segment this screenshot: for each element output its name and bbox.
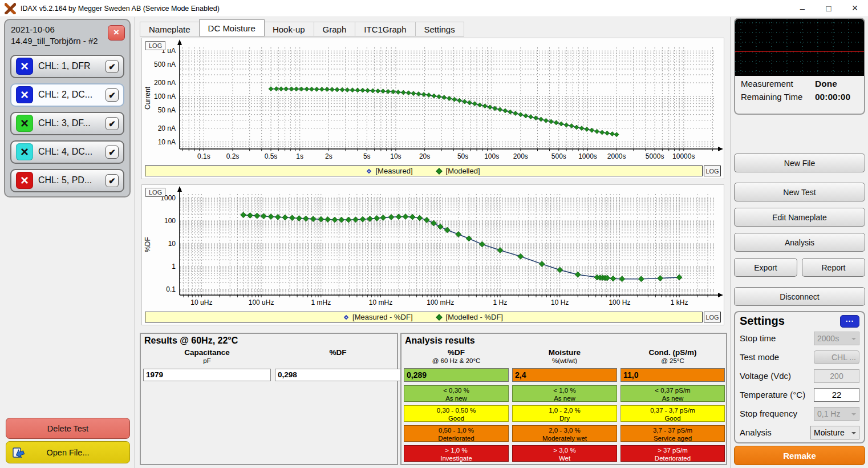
channel-color-icon: × (16, 172, 33, 189)
new-file-button[interactable]: New File (734, 154, 865, 172)
app-icon (5, 3, 16, 14)
log-toggle-button[interactable]: LOG (145, 41, 165, 50)
log-toggle-button[interactable]: LOG (704, 312, 721, 322)
open-file-icon (11, 446, 26, 459)
temperature-field[interactable] (817, 389, 856, 400)
capacitance-column: Capacitance pF 1979 (143, 348, 271, 381)
capacitance-header: Capacitance (143, 348, 271, 357)
channel-color-icon: × (16, 115, 33, 132)
current-chart-plot: 1 uA500 nA200 nA100 nA50 nA20 nA10 nA0.1… (142, 38, 724, 165)
open-file-button[interactable]: Open File... (6, 441, 130, 463)
test-mode-button: CHL ... (814, 350, 859, 364)
svg-text:1s: 1s (296, 152, 303, 160)
disconnect-button[interactable]: Disconnect (734, 287, 865, 306)
check-icon: ✔ (108, 62, 116, 71)
control-panel: MeasurementDone Remaining Time00:00:00 N… (730, 17, 868, 468)
channel-item-4[interactable]: × CHL: 4, DC... ✔ (10, 140, 124, 164)
svg-text:500 nA: 500 nA (154, 60, 176, 68)
tab-itc1graph[interactable]: ITC1Graph (355, 22, 415, 37)
report-button[interactable]: Report (802, 258, 865, 277)
tab-graph[interactable]: Graph (314, 22, 356, 37)
app-window: IDAX v5.2.164 by Megger Sweden AB (Servi… (0, 0, 868, 468)
channel-item-2[interactable]: × CHL: 2, DC... ✔ (10, 83, 124, 107)
tab-nameplate[interactable]: Nameplate (140, 22, 200, 37)
svg-text:100 Hz: 100 Hz (609, 298, 630, 306)
current-chart-legend: [Measured] [Modelled] LOG (145, 166, 721, 176)
channel-label: CHL: 3, DF... (38, 118, 106, 128)
analysis-button[interactable]: Analysis (734, 233, 865, 252)
df-chart-plot: 10001001010.110 uHz100 uHz1 mHz10 mHz100… (142, 185, 724, 311)
tab-settings[interactable]: Settings (416, 22, 464, 37)
channel-checkbox[interactable]: ✔ (106, 174, 119, 187)
stop-frequency-select: 0,1 Hz (814, 407, 859, 421)
df-value: 0,298 (275, 369, 401, 381)
analysis-select[interactable]: Moisture (810, 426, 859, 439)
svg-text:%DF: %DF (144, 237, 152, 252)
channel-checkbox[interactable]: ✔ (106, 117, 119, 130)
delete-test-button[interactable]: Delete Test (6, 418, 130, 439)
tab-hook-up[interactable]: Hook-up (264, 22, 314, 37)
channel-checkbox[interactable]: ✔ (106, 88, 119, 102)
log-toggle-button[interactable]: LOG (704, 166, 721, 176)
tab-dc-moisture[interactable]: DC Moisture (199, 19, 265, 37)
scale-row: < 1,0 %As new (512, 385, 617, 402)
settings-title: Settings (740, 314, 840, 328)
svg-text:20s: 20s (419, 152, 430, 160)
voltage-field: 200 (814, 369, 859, 383)
close-icon: × (113, 26, 119, 39)
close-icon[interactable]: × (842, 0, 868, 17)
maximize-icon[interactable]: □ (816, 0, 842, 17)
check-icon: ✔ (108, 119, 116, 128)
scale-row: < 0,30 %As new (404, 385, 509, 402)
window-title: IDAX v5.2.164 by Megger Sweden AB (Servi… (21, 5, 220, 13)
svg-text:10s: 10s (390, 152, 401, 160)
modelled-legend-item: [Modelled] (437, 167, 480, 175)
remaining-time-label: Remaining Time (741, 92, 815, 102)
channel-checkbox[interactable]: ✔ (106, 146, 119, 159)
svg-text:1000s: 1000s (578, 152, 597, 160)
channel-item-5[interactable]: × CHL: 5, PD... ✔ (10, 169, 124, 192)
main-area: Nameplate DC Moisture Hook-up Graph ITC1… (135, 17, 730, 468)
ellipsis-button[interactable]: ... (840, 315, 859, 328)
df-chart-panel: LOG 10001001010.110 uHz100 uHz1 mHz10 mH… (141, 184, 724, 325)
scale-row: > 37 pS/mDeteriorated (620, 445, 725, 462)
log-toggle-button[interactable]: LOG (145, 188, 165, 197)
open-file-label: Open File... (47, 448, 90, 457)
setting-row-voltage: Voltage (Vdc) 200 (740, 366, 859, 385)
check-icon: ✔ (108, 176, 116, 185)
svg-text:1 Hz: 1 Hz (493, 298, 508, 306)
file-name: 14.49_till_Torbjörn - #2 (11, 35, 107, 47)
open-diamond-icon (367, 168, 371, 173)
channel-label: CHL: 2, DC... (38, 90, 106, 100)
diamond-icon (436, 168, 442, 174)
svg-text:1 mHz: 1 mHz (311, 298, 331, 306)
export-button[interactable]: Export (734, 258, 797, 277)
analysis-cond-value: 11,0 (620, 368, 725, 382)
analysis-column-conductivity: Cond. (pS/m) @ 25°C 11,0 < 0,37 pS/mAs n… (620, 348, 725, 462)
remake-button[interactable]: Remake (734, 446, 865, 465)
svg-text:0.5s: 0.5s (265, 152, 278, 160)
file-close-button[interactable]: × (108, 25, 125, 41)
svg-text:10 uHz: 10 uHz (190, 298, 212, 306)
scale-row: 0,50 - 1,0 %Deteriorated (404, 425, 509, 442)
stop-time-select: 2000s (814, 332, 859, 345)
scale-row: < 0,37 pS/mAs new (620, 385, 725, 402)
minimize-icon[interactable]: – (789, 0, 816, 17)
check-icon: ✔ (108, 148, 116, 156)
analysis-panel: Analysis results %DF @ 60 Hz & 20°C 0,28… (400, 333, 727, 465)
new-test-button[interactable]: New Test (734, 183, 865, 201)
file-date: 2021-10-06 (11, 24, 107, 35)
channel-checkbox[interactable]: ✔ (106, 60, 119, 73)
setting-row-stop-frequency: Stop frequency 0,1 Hz (740, 404, 859, 423)
analysis-df-value: 0,289 (404, 368, 509, 382)
open-diamond-icon (344, 314, 348, 319)
channel-color-icon: × (16, 143, 33, 160)
current-chart-panel: LOG 1 uA500 nA200 nA100 nA50 nA20 nA10 n… (141, 38, 724, 179)
results-panel: Results @ 60Hz, 22°C Capacitance pF 1979… (140, 333, 398, 465)
svg-text:10: 10 (168, 240, 176, 248)
check-icon: ✔ (108, 91, 116, 99)
edit-nameplate-button[interactable]: Edit Nameplate (734, 208, 865, 227)
channel-item-3[interactable]: × CHL: 3, DF... ✔ (10, 112, 124, 135)
svg-text:200 nA: 200 nA (154, 79, 176, 87)
channel-item-1[interactable]: × CHL: 1, DFR ✔ (10, 55, 124, 78)
